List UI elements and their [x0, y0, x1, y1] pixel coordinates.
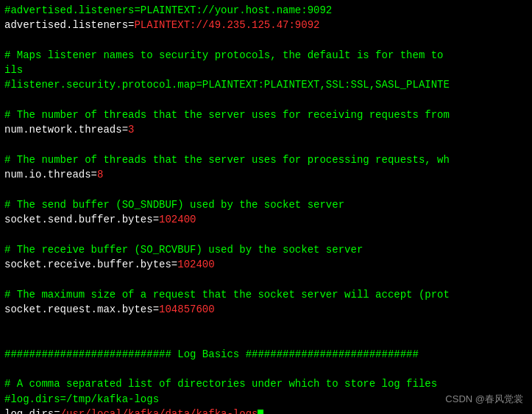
line-20: # The maximum size of a request that the…: [4, 287, 528, 302]
line-15-value: 102400: [159, 214, 196, 225]
line-14: # The send buffer (SO_SNDBUF) used by th…: [4, 197, 528, 212]
line-16: [4, 227, 528, 242]
line-26-text: # A comma separated list of directories …: [4, 378, 437, 390]
line-17-text: # The receive buffer (SO_RCVBUF) used by…: [4, 244, 363, 256]
line-14-text: # The send buffer (SO_SNDBUF) used by th…: [4, 199, 344, 211]
line-13: [4, 183, 528, 197]
line-5-text: ils: [4, 64, 23, 76]
line-9: num.network.threads=3: [4, 122, 528, 137]
watermark: CSDN @春风觉裳: [445, 393, 523, 407]
line-21-key: socket.request.max.bytes=: [4, 304, 159, 315]
line-15-key: socket.send.buffer.bytes=: [4, 214, 159, 225]
line-28: log.dirs=/usr/local/kafka/data/kafka-log…: [4, 407, 528, 414]
line-2-key: advertised.listeners=: [4, 19, 134, 31]
line-1: #advertised.listeners=PLAINTEXT://your.h…: [4, 3, 528, 18]
line-5: ils: [4, 63, 528, 77]
line-9-value: 3: [128, 124, 134, 136]
line-17: # The receive buffer (SO_RCVBUF) used by…: [4, 242, 528, 257]
line-9-key: num.network.threads=: [4, 124, 128, 136]
line-8: # The number of threads that the server …: [4, 108, 528, 122]
line-23: [4, 332, 528, 347]
line-18-value: 102400: [177, 259, 214, 270]
line-24: ########################### Log Basics #…: [4, 347, 528, 362]
line-3: [4, 33, 528, 48]
line-12-value: 8: [97, 169, 103, 180]
line-6: #listener.security.protocol.map=PLAINTEX…: [4, 77, 528, 92]
line-7: [4, 93, 528, 108]
line-15: socket.send.buffer.bytes=102400: [4, 212, 528, 227]
terminal-cursor: [258, 410, 263, 414]
line-12-key: num.io.threads=: [4, 169, 97, 180]
line-4-text: # Maps listener names to security protoc…: [4, 49, 444, 61]
line-19: [4, 272, 528, 287]
line-21: socket.request.max.bytes=104857600: [4, 302, 528, 317]
line-6-text: #listener.security.protocol.map=PLAINTEX…: [4, 79, 450, 91]
line-21-value: 104857600: [159, 304, 215, 315]
line-1-text: #advertised.listeners=PLAINTEXT://your.h…: [4, 4, 332, 16]
line-4: # Maps listener names to security protoc…: [4, 48, 528, 63]
line-25: [4, 362, 528, 376]
line-20-text: # The maximum size of a request that the…: [4, 289, 450, 301]
line-28-value: /usr/local/kafka/data/kafka-logs: [60, 408, 258, 414]
line-18: socket.receive.buffer.bytes=102400: [4, 257, 528, 272]
line-2: advertised.listeners=PLAINTEXT://49.235.…: [4, 18, 528, 32]
line-26: # A comma separated list of directories …: [4, 376, 528, 391]
line-2-value: PLAINTEXT://49.235.125.47:9092: [134, 19, 319, 31]
line-11-text: # The number of threads that the server …: [4, 154, 450, 166]
line-11: # The number of threads that the server …: [4, 152, 528, 167]
line-18-key: socket.receive.buffer.bytes=: [4, 259, 177, 270]
terminal: #advertised.listeners=PLAINTEXT://your.h…: [0, 0, 532, 414]
line-8-text: # The number of threads that the server …: [4, 109, 450, 121]
line-24-text: ########################### Log Basics #…: [4, 348, 419, 360]
line-10: [4, 138, 528, 152]
line-28-key: log.dirs=: [4, 408, 60, 414]
line-12: num.io.threads=8: [4, 167, 528, 182]
line-22: [4, 317, 528, 331]
line-27-text: #log.dirs=/tmp/kafka-logs: [4, 393, 159, 405]
